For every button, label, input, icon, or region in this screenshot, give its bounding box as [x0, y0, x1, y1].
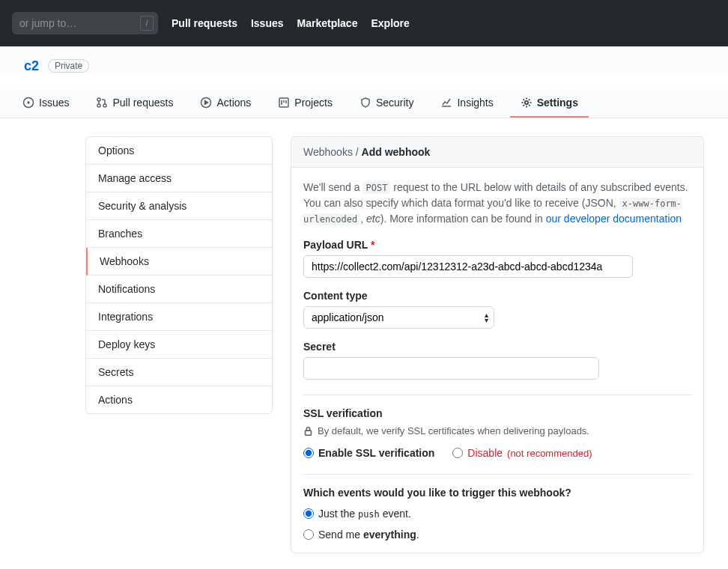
- description: We'll send a POST request to the URL bel…: [303, 180, 691, 227]
- event-just-push-radio[interactable]: [303, 508, 314, 519]
- field-secret: Secret: [303, 341, 691, 380]
- ssl-disable-note: (not recommended): [507, 448, 592, 459]
- panel-body: We'll send a POST request to the URL bel…: [291, 168, 704, 553]
- issue-icon: [22, 97, 34, 109]
- events-heading: Which events would you like to trigger t…: [303, 487, 691, 499]
- nav-explore[interactable]: Explore: [371, 17, 409, 29]
- ssl-disable-label: Disable: [467, 447, 503, 459]
- nav-marketplace[interactable]: Marketplace: [297, 17, 358, 29]
- secret-input[interactable]: [303, 357, 599, 380]
- content-type-label: Content type: [303, 290, 691, 302]
- tab-security[interactable]: Security: [349, 89, 425, 118]
- ssl-heading: SSL verification: [303, 407, 691, 419]
- svg-point-7: [525, 101, 528, 104]
- content-area: Options Manage access Security & analysi…: [61, 118, 728, 569]
- sidebar-item-security-analysis[interactable]: Security & analysis: [86, 192, 272, 220]
- tab-label: Security: [376, 97, 414, 109]
- field-content-type: Content type application/json ▴▾: [303, 290, 691, 329]
- ssl-enable-label: Enable SSL verification: [318, 447, 434, 459]
- sidebar-item-integrations[interactable]: Integrations: [86, 303, 272, 331]
- tab-insights[interactable]: Insights: [430, 89, 503, 118]
- gear-icon: [521, 97, 533, 109]
- code-post: POST: [363, 182, 390, 194]
- ssl-info: By default, we verify SSL certificates w…: [303, 425, 691, 436]
- ssl-info-text: By default, we verify SSL certificates w…: [318, 425, 589, 436]
- svg-point-3: [97, 104, 100, 107]
- pr-icon: [96, 97, 108, 109]
- event-everything-label: Send me everything.: [318, 529, 419, 541]
- sidebar-item-actions[interactable]: Actions: [86, 386, 272, 413]
- shield-icon: [360, 97, 371, 109]
- breadcrumb-parent[interactable]: Webhooks: [303, 146, 353, 158]
- event-everything-radio[interactable]: [303, 529, 314, 540]
- sidebar-item-options[interactable]: Options: [86, 137, 272, 165]
- content-type-select[interactable]: application/json: [303, 306, 494, 329]
- tab-label: Actions: [216, 97, 251, 109]
- slash-key-icon: /: [140, 16, 154, 31]
- tab-label: Settings: [537, 97, 578, 109]
- breadcrumb-sep: /: [353, 146, 362, 158]
- breadcrumb-current: Add webhook: [362, 146, 431, 158]
- tab-projects[interactable]: Projects: [267, 89, 343, 118]
- tab-label: Issues: [39, 97, 69, 109]
- ssl-enable-radio[interactable]: [303, 448, 314, 458]
- ssl-enable-option[interactable]: Enable SSL verification: [303, 447, 434, 459]
- project-icon: [278, 97, 290, 109]
- sidebar-item-webhooks[interactable]: Webhooks: [86, 248, 272, 276]
- lock-icon: [303, 426, 313, 436]
- tab-settings[interactable]: Settings: [510, 89, 589, 118]
- nav-issues[interactable]: Issues: [251, 17, 284, 29]
- event-just-push-option[interactable]: Just the push event.: [303, 508, 691, 520]
- repo-name[interactable]: c2: [24, 58, 39, 73]
- sidebar-item-notifications[interactable]: Notifications: [86, 276, 272, 303]
- sidebar-item-deploy-keys[interactable]: Deploy keys: [86, 331, 272, 359]
- settings-sidebar: Options Manage access Security & analysi…: [85, 136, 273, 414]
- tab-actions[interactable]: Actions: [189, 89, 261, 118]
- svg-point-4: [103, 104, 106, 107]
- svg-point-1: [28, 102, 29, 103]
- event-options: Just the push event. Send me everything.: [303, 508, 691, 541]
- search-placeholder: or jump to…: [19, 17, 76, 29]
- event-just-push-label: Just the push event.: [318, 508, 411, 520]
- event-everything-option[interactable]: Send me everything.: [303, 529, 691, 541]
- svg-point-2: [97, 98, 100, 101]
- ssl-disable-option[interactable]: Disable (not recommended): [452, 447, 592, 459]
- tab-label: Projects: [294, 97, 333, 109]
- sidebar-item-manage-access[interactable]: Manage access: [86, 165, 272, 192]
- graph-icon: [440, 97, 452, 109]
- nav-pull-requests[interactable]: Pull requests: [172, 17, 237, 29]
- field-payload-url: Payload URL *: [303, 239, 691, 278]
- tab-label: Pull requests: [112, 97, 173, 109]
- main-panel: Webhooks / Add webhook We'll send a POST…: [291, 136, 704, 553]
- repo-tabs: Issues Pull requests Actions Projects Se…: [0, 89, 728, 118]
- divider: [303, 395, 691, 395]
- secret-label: Secret: [303, 341, 691, 353]
- top-header: or jump to… / Pull requests Issues Marke…: [0, 0, 728, 46]
- search-input[interactable]: or jump to… /: [12, 12, 158, 34]
- svg-rect-8: [306, 430, 312, 435]
- play-icon: [200, 97, 212, 109]
- payload-url-label: Payload URL *: [303, 239, 691, 251]
- sidebar-item-branches[interactable]: Branches: [86, 220, 272, 248]
- repo-bar: c2 Private: [0, 46, 728, 74]
- tab-issues[interactable]: Issues: [12, 89, 79, 118]
- ssl-disable-radio[interactable]: [452, 448, 463, 458]
- top-nav: Pull requests Issues Marketplace Explore: [172, 17, 410, 29]
- ssl-options: Enable SSL verification Disable (not rec…: [303, 447, 691, 459]
- tab-label: Insights: [457, 97, 493, 109]
- sidebar-item-secrets[interactable]: Secrets: [86, 359, 272, 386]
- payload-url-input[interactable]: [303, 255, 633, 278]
- visibility-badge: Private: [48, 59, 89, 73]
- tab-pull-requests[interactable]: Pull requests: [85, 89, 183, 118]
- divider: [303, 474, 691, 475]
- developer-docs-link[interactable]: our developer documentation: [546, 213, 682, 225]
- panel-header: Webhooks / Add webhook: [291, 136, 704, 168]
